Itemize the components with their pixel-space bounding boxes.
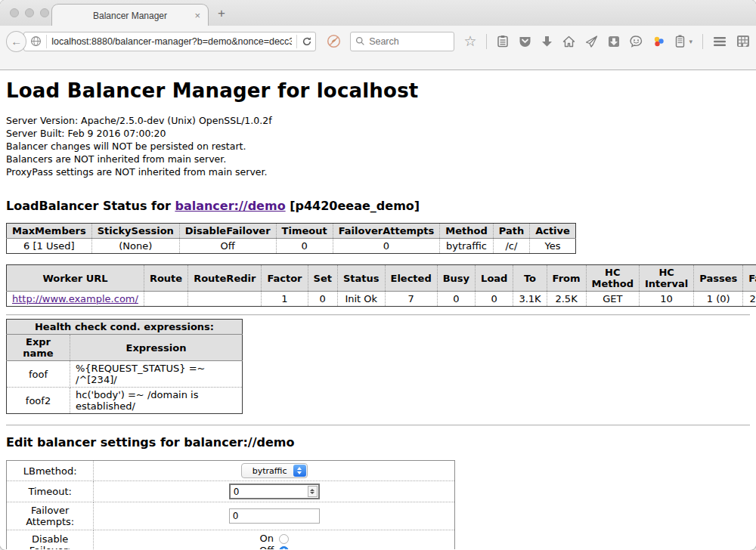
colored-dots-extension-icon[interactable] [652,36,665,48]
failover-attempts-label: Failover Attempts: [7,502,94,530]
reload-icon[interactable] [302,36,312,47]
battery-extension-icon[interactable] [675,35,685,48]
form-row-lbmethod: LBmethod: bytraffic [7,461,455,481]
cell-maxmembers: 6 [1 Used] [7,239,92,254]
send-plane-icon[interactable] [585,36,598,48]
url-text[interactable]: localhost:8880/balancer-manager?b=demo&n… [51,36,292,47]
col-fails: Fails [743,265,756,292]
table-header-row: Worker URL Route RouteRedir Factor Set S… [7,265,756,292]
new-tab-button[interactable]: + [218,6,225,21]
radio-on[interactable] [279,534,289,544]
chat-smiley-icon[interactable] [630,36,643,48]
col-maxmembers: MaxMembers [7,224,92,239]
col-method: Method [440,224,493,239]
status-heading-suffix: [p4420eeae_demo] [286,199,420,213]
navigation-toolbar: ← localhost:8880/balancer-manager?b=demo… [0,26,756,70]
col-load: Load [476,265,513,292]
note-persist: Balancer changes will NOT be persisted o… [6,140,750,153]
pocket-icon[interactable] [519,36,531,48]
col-failoverattempts: FailoverAttempts [333,224,440,239]
server-info: Server Version: Apache/2.5.0-dev (Unix) … [6,114,750,178]
search-input[interactable] [369,36,445,47]
col-active: Active [530,224,576,239]
col-path: Path [493,224,529,239]
blocked-content-icon[interactable] [327,34,341,48]
chevron-down-icon[interactable]: ▾ [689,38,692,45]
cell-fails: 2 (0) [743,292,756,307]
close-window-button[interactable] [10,8,19,17]
col-timeout: Timeout [276,224,333,239]
radio-off-label: Off [259,545,274,549]
video-download-icon[interactable] [608,36,620,48]
cell-path: /c/ [493,239,529,254]
table-title-row: Health check cond. expressions: [7,320,243,335]
urlbar-divider [296,35,297,48]
cell-method: bytraffic [440,239,493,254]
health-check-table: Health check cond. expressions: Expr nam… [6,319,243,414]
bookmark-star-icon[interactable]: ☆ [463,34,476,48]
edit-settings-heading: Edit balancer settings for balancer://de… [6,435,750,450]
cell-stickysession: (None) [91,239,179,254]
radio-off[interactable] [279,546,289,550]
section-divider [6,314,750,316]
cell-expr-name: foof2 [7,388,70,414]
section-divider [6,425,750,426]
form-row-failover-attempts: Failover Attempts: [7,502,455,530]
cell-passes: 1 (0) [694,292,743,307]
col-to: To [513,265,547,292]
form-row-disable-failover: Disable Failover: On Off [7,530,455,550]
cell-disablefailover: Off [179,239,276,254]
toolbar-divider [486,34,487,49]
failover-attempts-input[interactable] [229,508,320,524]
grid-notes-icon[interactable] [736,35,750,48]
cell-from: 2.5K [547,292,586,307]
lbmethod-select[interactable]: bytraffic [241,463,308,478]
radio-on-label: On [259,533,273,545]
settings-table: LBmethod: bytraffic Timeout: [6,460,455,549]
col-expression: Expression [70,335,243,361]
table-row: foof2 hc('body') =~ /domain is establish… [7,388,243,414]
number-spinner-icon[interactable] [308,486,318,497]
cell-timeout: 0 [276,239,333,254]
cell-status: Init Ok [337,292,385,307]
col-from: From [547,265,586,292]
cell-set: 0 [308,292,337,307]
col-routeredir: RouteRedir [188,265,262,292]
reading-list-icon[interactable] [497,35,509,48]
cell-failoverattempts: 0 [333,239,440,254]
cell-load: 0 [476,292,513,307]
window-controls[interactable] [10,8,49,17]
balancer-demo-link[interactable]: balancer://demo [175,199,285,213]
cell-busy: 0 [437,292,475,307]
url-bar[interactable]: localhost:8880/balancer-manager?b=demo&n… [23,32,316,51]
page-content: Load Balancer Manager for localhost Serv… [0,70,756,549]
menu-hamburger-icon[interactable] [713,36,727,47]
note-proxypass: ProxyPass settings are NOT inherited fro… [6,165,750,178]
col-status: Status [337,265,385,292]
col-factor: Factor [262,265,308,292]
col-disablefailover: DisableFailover [179,224,276,239]
timeout-input[interactable] [229,484,320,499]
col-passes: Passes [694,265,743,292]
select-stepper-icon [293,465,306,477]
search-bar[interactable] [350,32,454,51]
table-row: 6 [1 Used] (None) Off 0 0 bytraffic /c/ … [7,239,576,254]
cell-to: 3.1K [513,292,547,307]
timeout-label: Timeout: [7,481,94,502]
tab-close-icon[interactable]: × [194,10,200,21]
back-button[interactable]: ← [6,31,26,52]
form-row-timeout: Timeout: [7,481,455,502]
worker-table: Worker URL Route RouteRedir Factor Set S… [6,264,756,307]
cell-elected: 7 [385,292,437,307]
minimize-window-button[interactable] [25,8,34,17]
worker-url-link[interactable]: http://www.example.com/ [12,293,138,304]
zoom-window-button[interactable] [40,8,49,17]
col-busy: Busy [437,265,475,292]
col-hc-interval: HC Interval [639,265,693,292]
download-arrow-icon[interactable] [541,36,553,48]
tab-balancer-manager[interactable]: Balancer Manager × [51,4,209,26]
health-table-title: Health check cond. expressions: [7,320,243,335]
col-worker-url: Worker URL [7,265,144,292]
home-icon[interactable] [562,36,575,48]
table-header-row: MaxMembers StickySession DisableFailover… [7,224,576,239]
